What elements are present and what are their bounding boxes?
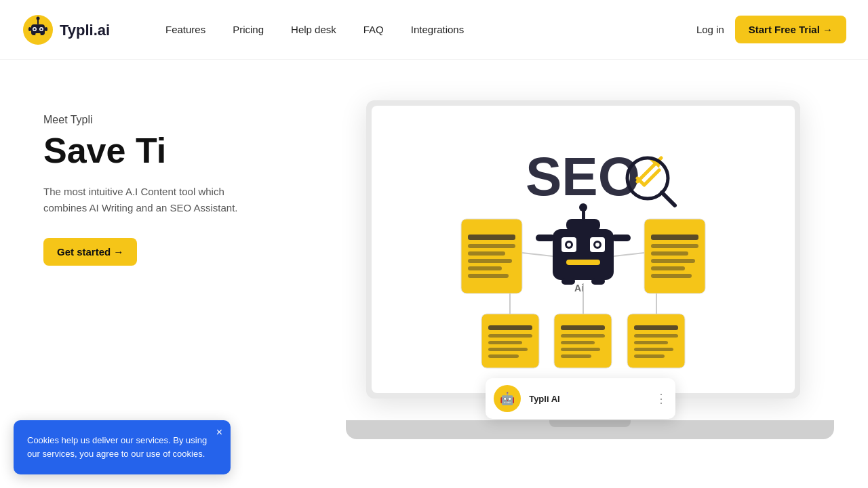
svg-rect-33 xyxy=(591,278,605,285)
login-link[interactable]: Log in xyxy=(696,24,724,35)
svg-rect-56 xyxy=(561,334,605,338)
laptop-container: SEO xyxy=(366,100,814,426)
svg-rect-49 xyxy=(488,325,532,330)
nav-faq[interactable]: FAQ xyxy=(353,18,395,41)
svg-rect-47 xyxy=(651,274,692,278)
header-left: Typli.ai Features Pricing Help desk FAQ … xyxy=(22,14,475,46)
svg-rect-45 xyxy=(651,259,695,263)
cookie-message: Cookies help us deliver our services. By… xyxy=(27,434,214,461)
svg-rect-63 xyxy=(634,341,668,344)
svg-rect-10 xyxy=(45,27,47,31)
svg-rect-18 xyxy=(553,229,614,280)
svg-point-23 xyxy=(567,243,571,247)
svg-rect-35 xyxy=(468,235,515,240)
svg-rect-32 xyxy=(561,278,575,285)
hero-description: The most intuitive A.I Content tool whic… xyxy=(43,184,260,216)
svg-rect-37 xyxy=(468,251,505,256)
hero-heading: Save Ti xyxy=(43,131,328,170)
svg-rect-65 xyxy=(634,354,665,358)
svg-rect-64 xyxy=(634,348,673,351)
laptop-notch xyxy=(549,420,631,427)
laptop-outer: SEO xyxy=(366,100,800,399)
svg-rect-44 xyxy=(651,251,688,256)
svg-rect-52 xyxy=(488,348,528,351)
main-nav: Features Pricing Help desk FAQ Integrati… xyxy=(155,18,475,41)
svg-rect-57 xyxy=(561,341,595,344)
svg-rect-55 xyxy=(561,325,605,330)
svg-rect-43 xyxy=(651,244,698,248)
svg-rect-62 xyxy=(634,334,678,338)
svg-rect-39 xyxy=(468,266,502,270)
header: Typli.ai Features Pricing Help desk FAQ … xyxy=(0,0,868,60)
svg-rect-30 xyxy=(536,235,555,241)
svg-text:SEO: SEO xyxy=(526,146,640,207)
svg-rect-42 xyxy=(651,235,698,240)
logo[interactable]: Typli.ai xyxy=(22,14,127,46)
typli-wordmark: Typli.ai xyxy=(60,20,127,39)
video-thumb-label: Typli AI xyxy=(529,394,560,404)
svg-rect-59 xyxy=(561,354,591,358)
nav-features[interactable]: Features xyxy=(155,18,216,41)
svg-rect-51 xyxy=(488,341,522,344)
svg-rect-34 xyxy=(461,219,522,293)
nav-helpdesk[interactable]: Help desk xyxy=(280,18,347,41)
svg-rect-53 xyxy=(488,354,519,358)
laptop-base xyxy=(346,420,834,439)
svg-rect-46 xyxy=(651,266,685,270)
svg-point-8 xyxy=(37,16,40,20)
hero-image-area: SEO xyxy=(355,100,825,426)
video-thumbnail[interactable]: 🤖 Typli AI ⋮ xyxy=(486,378,675,419)
svg-point-28 xyxy=(579,203,587,211)
video-options-icon[interactable]: ⋮ xyxy=(655,391,667,406)
header-right: Log in Start Free Trial → xyxy=(696,16,846,43)
svg-rect-31 xyxy=(612,235,631,241)
cookie-close-button[interactable]: × xyxy=(216,427,222,438)
svg-rect-40 xyxy=(468,274,509,278)
svg-rect-61 xyxy=(634,325,678,330)
laptop-screen: SEO xyxy=(372,106,795,393)
cookie-banner: × Cookies help us deliver our services. … xyxy=(14,420,231,474)
svg-point-24 xyxy=(595,243,599,247)
svg-rect-36 xyxy=(468,244,515,248)
get-started-button[interactable]: Get started → xyxy=(43,238,137,266)
svg-point-5 xyxy=(41,28,43,30)
nav-pricing[interactable]: Pricing xyxy=(222,18,275,41)
svg-rect-6 xyxy=(35,33,41,35)
typli-logo-icon xyxy=(22,14,54,46)
svg-text:Ai: Ai xyxy=(574,283,584,293)
seo-illustration: SEO xyxy=(393,121,773,378)
svg-point-4 xyxy=(34,28,36,30)
svg-rect-50 xyxy=(488,334,532,338)
svg-text:Typli.ai: Typli.ai xyxy=(60,22,110,39)
nav-integrations[interactable]: Integrations xyxy=(400,18,475,41)
svg-rect-9 xyxy=(28,27,31,31)
hero-text-section: Meet Typli Save Ti The most intuitive A.… xyxy=(43,100,328,266)
svg-rect-38 xyxy=(468,259,512,263)
svg-rect-58 xyxy=(561,348,600,351)
svg-rect-25 xyxy=(566,260,600,265)
video-thumb-robot-icon: 🤖 xyxy=(494,385,521,412)
hero-eyebrow: Meet Typli xyxy=(43,114,328,126)
svg-rect-41 xyxy=(644,219,705,293)
start-trial-button[interactable]: Start Free Trial → xyxy=(735,16,846,43)
